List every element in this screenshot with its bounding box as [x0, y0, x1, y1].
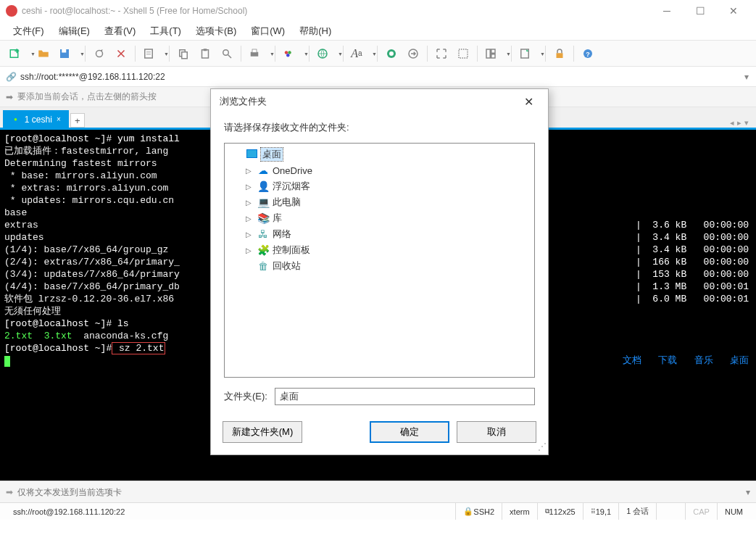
tab-add-button[interactable]: + — [70, 113, 85, 128]
address-text[interactable]: ssh://root:******@192.168.111.120:22 — [17, 70, 742, 83]
svg-rect-10 — [182, 51, 188, 58]
lock-button[interactable] — [549, 43, 570, 64]
tree-item-recycle[interactable]: 🗑回收站 — [226, 258, 533, 274]
tree-item-desktop[interactable]: 桌面 — [226, 146, 533, 162]
tab-label: 1 ceshi — [25, 115, 52, 125]
transparency-button[interactable] — [453, 43, 473, 64]
tab-prev-icon[interactable]: ◂ — [730, 118, 734, 128]
encoding-button[interactable]: ▼ — [313, 43, 339, 64]
menubar: 文件(F) 编辑(E) 查看(V) 工具(T) 选项卡(B) 窗口(W) 帮助(… — [0, 22, 756, 41]
folder-label: 文件夹(E): — [224, 390, 267, 403]
minimize-button[interactable]: ─ — [650, 0, 684, 22]
svg-text:?: ? — [586, 50, 590, 57]
script-button[interactable]: ▼ — [515, 43, 541, 64]
layout-button[interactable]: ▼ — [481, 43, 507, 64]
svg-rect-25 — [486, 49, 490, 58]
hint-arrow-icon[interactable]: ➡ — [6, 92, 13, 102]
browse-folder-dialog: 浏览文件夹 ✕ 请选择保存接收文件的文件夹: 桌面 ▷☁OneDrive ▷👤浮… — [210, 88, 549, 455]
svg-rect-29 — [557, 53, 563, 58]
save-button[interactable]: ▼ — [55, 43, 81, 64]
menu-view[interactable]: 查看(V) — [99, 22, 141, 40]
dialog-title: 浏览文件夹 — [220, 95, 267, 108]
folder-value[interactable]: 桌面 — [275, 388, 535, 405]
status-connection: ssh://root@192.168.111.120:22 — [6, 503, 455, 520]
resize-grip-icon[interactable]: ⋰ — [538, 444, 547, 453]
font-button[interactable]: Aa▼ — [347, 43, 373, 64]
address-dropdown-icon[interactable]: ▾ — [742, 72, 752, 82]
svg-rect-12 — [204, 49, 207, 51]
svg-point-13 — [223, 49, 229, 55]
status-term: xterm — [502, 503, 537, 520]
menu-help[interactable]: 帮助(H) — [294, 22, 337, 40]
close-button[interactable]: ✕ — [717, 0, 750, 22]
tree-item-user[interactable]: ▷👤浮沉烟客 — [226, 178, 533, 194]
svg-line-14 — [228, 54, 232, 58]
menu-tabs[interactable]: 选项卡(B) — [190, 22, 242, 40]
compose-input[interactable] — [17, 487, 746, 497]
status-num: NUM — [717, 503, 750, 520]
svg-point-22 — [389, 51, 394, 56]
tree-item-pc[interactable]: ▷💻此电脑 — [226, 194, 533, 210]
svg-rect-24 — [459, 49, 468, 58]
dialog-message: 请选择保存接收文件的文件夹: — [224, 121, 535, 134]
folder-tree[interactable]: 桌面 ▷☁OneDrive ▷👤浮沉烟客 ▷💻此电脑 ▷📚库 ▷🖧网络 ▷🧩控制… — [224, 143, 535, 378]
window-title: ceshi - root@localhost:~ - Xshell 5 (Fre… — [22, 6, 650, 16]
properties-button[interactable]: ▼ — [139, 43, 165, 64]
status-size: ⧉ 112x25 — [537, 503, 583, 520]
tree-item-control-panel[interactable]: ▷🧩控制面板 — [226, 242, 533, 258]
status-unknown — [656, 503, 685, 520]
fullscreen-button[interactable] — [431, 43, 452, 64]
menu-file[interactable]: 文件(F) — [7, 22, 50, 40]
cancel-button[interactable]: 取消 — [457, 421, 536, 443]
color-scheme-button[interactable]: ▼ — [279, 43, 305, 64]
ok-button[interactable]: 确定 — [370, 421, 449, 443]
toolbar: ▼ ▼ ▼ ▼ ▼ ▼ Aa▼ ▼ ▼ ? — [0, 41, 756, 67]
status-cap: CAP — [685, 503, 717, 520]
reconnect-button[interactable] — [89, 43, 109, 64]
compose-bar: ➡ ▾ — [0, 481, 756, 502]
tree-item-network[interactable]: ▷🖧网络 — [226, 226, 533, 242]
disconnect-button[interactable] — [111, 43, 131, 64]
tree-item-onedrive[interactable]: ▷☁OneDrive — [226, 162, 533, 178]
tab-list-icon[interactable]: ▾ — [744, 118, 749, 128]
status-sessions: 1 会话 — [618, 503, 656, 520]
print-button[interactable]: ▼ — [245, 43, 271, 64]
status-pos: ⠿ 19,1 — [583, 503, 618, 520]
menu-tools[interactable]: 工具(T) — [144, 22, 187, 40]
status-bar: ssh://root@192.168.111.120:22 🔒 SSH2 xte… — [0, 502, 756, 520]
app-logo-icon — [6, 5, 17, 17]
cursor — [4, 356, 10, 367]
svg-rect-6 — [145, 49, 153, 58]
tree-item-library[interactable]: ▷📚库 — [226, 210, 533, 226]
svg-rect-4 — [62, 49, 66, 53]
send-arrow-icon[interactable]: ➡ — [6, 487, 13, 497]
menu-edit[interactable]: 编辑(E) — [53, 22, 96, 40]
tab-next-icon[interactable]: ▸ — [737, 118, 742, 128]
tab-close-icon[interactable]: × — [57, 115, 61, 123]
maximize-button[interactable]: ☐ — [684, 0, 717, 22]
paste-button[interactable] — [195, 43, 215, 64]
svg-point-19 — [286, 54, 290, 57]
compose-dropdown-icon[interactable]: ▾ — [746, 487, 750, 497]
help-button[interactable]: ? — [578, 43, 598, 64]
address-bar[interactable]: 🔗 ssh://root:******@192.168.111.120:22 ▾ — [0, 67, 756, 87]
new-session-button[interactable]: ▼ — [6, 43, 32, 64]
tab-session-1[interactable]: 1 ceshi × — [3, 110, 69, 128]
link-icon: 🔗 — [4, 72, 17, 82]
tab-nav: ◂ ▸ ▾ — [726, 118, 753, 128]
copy-button[interactable] — [173, 43, 194, 64]
status-protocol: 🔒 SSH2 — [455, 503, 502, 520]
xagent-button[interactable] — [381, 43, 402, 64]
open-button[interactable] — [33, 43, 54, 64]
dialog-titlebar: 浏览文件夹 ✕ — [211, 89, 548, 114]
svg-rect-11 — [202, 49, 209, 57]
find-button[interactable] — [217, 43, 237, 64]
new-folder-button[interactable]: 新建文件夹(M) — [223, 421, 302, 443]
svg-rect-27 — [491, 54, 495, 57]
svg-rect-16 — [252, 49, 257, 53]
svg-point-18 — [288, 51, 291, 54]
menu-window[interactable]: 窗口(W) — [245, 22, 291, 40]
titlebar: ceshi - root@localhost:~ - Xshell 5 (Fre… — [0, 0, 756, 22]
dialog-close-button[interactable]: ✕ — [518, 92, 539, 112]
xftp-button[interactable] — [403, 43, 423, 64]
